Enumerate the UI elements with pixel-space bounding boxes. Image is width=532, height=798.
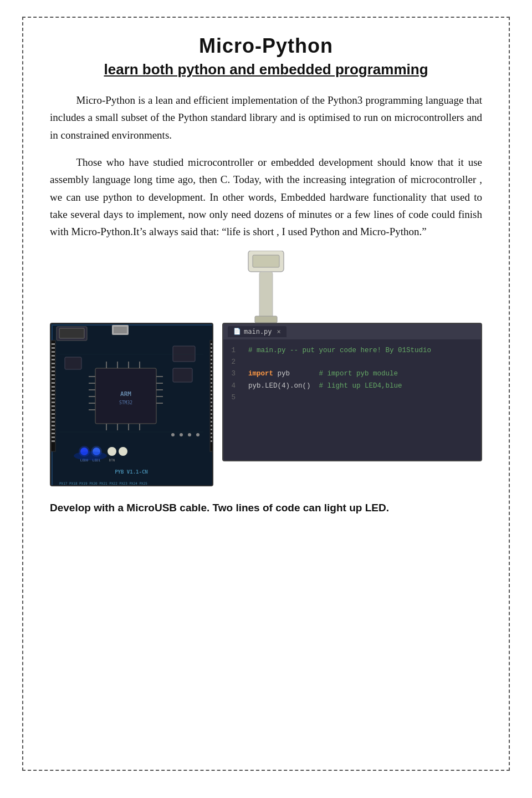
svg-text:ARM: ARM (120, 390, 131, 398)
svg-rect-81 (211, 378, 213, 380)
svg-rect-69 (52, 436, 55, 438)
svg-rect-94 (211, 429, 213, 430)
svg-rect-89 (211, 409, 213, 411)
code-tab: 📄 main.py × (228, 326, 287, 337)
board-image: ARM STM32 (50, 323, 213, 486)
svg-rect-47 (52, 351, 55, 353)
svg-rect-57 (52, 390, 55, 392)
svg-rect-90 (211, 413, 213, 415)
svg-rect-33 (173, 346, 195, 362)
svg-rect-95 (211, 433, 213, 434)
svg-point-103 (171, 433, 175, 436)
svg-point-106 (196, 433, 200, 436)
svg-rect-68 (52, 433, 55, 434)
svg-rect-63 (52, 413, 55, 415)
svg-rect-71 (210, 340, 213, 451)
svg-rect-82 (211, 382, 213, 384)
svg-rect-32 (65, 357, 81, 369)
svg-rect-74 (211, 351, 213, 353)
svg-rect-65 (52, 421, 55, 423)
svg-rect-70 (52, 440, 55, 442)
svg-rect-48 (52, 355, 55, 357)
svg-text:PX17 PX18 PX19 PX20 PX21 PX22 : PX17 PX18 PX19 PX20 PX21 PX22 PX23 PX24 … (59, 481, 147, 485)
svg-rect-88 (211, 405, 213, 407)
svg-rect-83 (211, 386, 213, 388)
svg-rect-51 (52, 367, 55, 368)
file-icon: 📄 (233, 328, 241, 335)
caption-text: Develop with a MicroUSB cable. Two lines… (50, 502, 482, 514)
code-line-2: 2 (227, 357, 478, 368)
svg-rect-46 (52, 347, 55, 349)
usb-cable-image (205, 251, 327, 323)
svg-rect-92 (211, 421, 213, 423)
code-line-4: 4 pyb.LED(4).on() # light up LED4,blue (227, 380, 478, 392)
svg-point-104 (180, 433, 183, 436)
svg-text:PYB V1.1-CN: PYB V1.1-CN (115, 469, 148, 475)
svg-rect-73 (211, 347, 213, 349)
code-tab-bar: 📄 main.py × (223, 324, 481, 339)
svg-rect-53 (52, 374, 55, 376)
svg-rect-34 (173, 368, 192, 382)
svg-rect-91 (211, 417, 213, 419)
svg-rect-66 (52, 425, 55, 426)
svg-rect-77 (211, 363, 213, 364)
svg-rect-52 (52, 370, 55, 372)
code-line-5: 5 (227, 392, 478, 404)
svg-rect-55 (52, 382, 55, 384)
svg-rect-58 (52, 394, 55, 395)
svg-rect-59 (52, 398, 55, 399)
svg-rect-45 (52, 343, 55, 345)
svg-rect-2 (259, 272, 273, 323)
svg-point-41 (108, 447, 116, 456)
code-body: 1 # main.py -- put your code here! By 01… (223, 339, 481, 409)
svg-rect-84 (211, 390, 213, 392)
svg-text:BTN: BTN (109, 458, 115, 462)
svg-rect-56 (52, 386, 55, 388)
svg-rect-7 (59, 328, 84, 338)
paragraph-2: Those who have studied microcontroller o… (50, 154, 482, 241)
svg-rect-1 (253, 255, 279, 267)
svg-point-102 (74, 451, 107, 460)
svg-rect-93 (211, 425, 213, 426)
svg-rect-86 (211, 398, 213, 399)
svg-rect-9 (114, 327, 127, 333)
svg-rect-75 (211, 355, 213, 357)
svg-rect-96 (211, 436, 213, 438)
svg-rect-49 (52, 359, 55, 360)
svg-rect-61 (52, 405, 55, 407)
code-editor-image: 📄 main.py × 1 # main.py -- put your code… (222, 323, 482, 461)
svg-point-105 (188, 433, 191, 436)
svg-rect-67 (52, 429, 55, 430)
svg-rect-62 (52, 409, 55, 411)
svg-rect-50 (52, 363, 55, 364)
svg-rect-87 (211, 401, 213, 403)
svg-rect-60 (52, 401, 55, 403)
svg-rect-97 (211, 440, 213, 442)
svg-rect-79 (211, 370, 213, 372)
image-section: ARM STM32 (50, 251, 482, 486)
images-row: ARM STM32 (50, 323, 482, 486)
page-title: Micro-Python (50, 34, 482, 58)
svg-rect-76 (211, 359, 213, 360)
svg-rect-54 (52, 378, 55, 380)
main-card: Micro-Python learn both python and embed… (22, 17, 510, 771)
code-line-1: 1 # main.py -- put your code here! By 01… (227, 345, 478, 357)
svg-point-42 (119, 447, 127, 456)
svg-rect-80 (211, 374, 213, 376)
svg-rect-3 (255, 316, 277, 323)
svg-text:STM32: STM32 (119, 400, 132, 405)
svg-rect-78 (211, 367, 213, 368)
svg-rect-72 (211, 343, 213, 345)
page-subtitle: learn both python and embedded programmi… (50, 61, 482, 78)
svg-rect-44 (51, 340, 55, 451)
paragraph-1: Micro-Python is a lean and efficient imp… (50, 92, 482, 144)
code-line-3: 3 import pyb # import pyb module (227, 368, 478, 380)
svg-rect-64 (52, 417, 55, 419)
svg-rect-85 (211, 394, 213, 395)
